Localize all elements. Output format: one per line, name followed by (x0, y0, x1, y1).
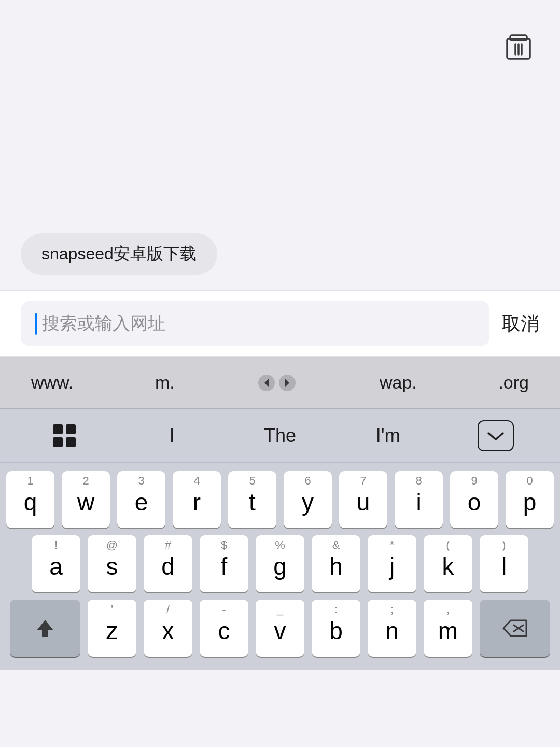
delete-icon-wrap[interactable] (503, 31, 534, 62)
predictive-text-bar: I The I'm (0, 409, 560, 463)
key-sym-rparen: ) (480, 538, 528, 552)
pred-section-grid[interactable] (10, 424, 118, 447)
key-y[interactable]: 6 y (284, 471, 332, 528)
key-char-y: y (302, 488, 314, 516)
key-sym-underscore: _ (256, 603, 304, 616)
key-char-i: i (416, 488, 421, 516)
key-k[interactable]: ( k (424, 535, 472, 592)
key-e[interactable]: 3 e (117, 471, 165, 528)
key-x[interactable]: / x (144, 600, 192, 657)
key-n[interactable]: ; n (368, 600, 416, 657)
key-f[interactable]: $ f (200, 535, 248, 592)
svg-rect-1 (510, 35, 527, 40)
key-sym-hash: # (144, 538, 192, 552)
key-char-x: x (162, 617, 174, 645)
delete-key[interactable] (480, 600, 550, 657)
url-suggest-m[interactable]: m. (155, 372, 175, 393)
key-o[interactable]: 9 o (450, 471, 498, 528)
arrow-right-icon[interactable] (277, 372, 298, 393)
key-char-l: l (501, 552, 507, 580)
key-sym-excl: ! (32, 538, 80, 552)
grid-icon[interactable] (53, 424, 76, 447)
key-c[interactable]: - c (200, 600, 248, 657)
url-suggest-www[interactable]: www. (31, 372, 73, 393)
key-num-7: 7 (339, 474, 387, 488)
pred-section-collapse[interactable] (442, 420, 550, 451)
key-l[interactable]: ) l (480, 535, 528, 592)
key-m[interactable]: , m (424, 600, 472, 657)
pred-suggest-i[interactable]: I (170, 425, 175, 447)
key-char-j: j (389, 552, 395, 580)
key-char-s: s (106, 552, 118, 580)
key-char-c: c (218, 617, 230, 645)
key-sym-dollar: $ (200, 538, 248, 552)
key-char-u: u (357, 488, 370, 516)
key-b[interactable]: : b (312, 600, 360, 657)
key-char-h: h (329, 552, 343, 580)
key-d[interactable]: # d (144, 535, 192, 592)
arrow-left-icon[interactable] (256, 372, 277, 393)
key-num-4: 4 (173, 474, 221, 488)
key-sym-slash: / (144, 603, 192, 616)
key-num-6: 6 (284, 474, 332, 488)
key-sym-colon: : (312, 603, 360, 616)
key-a[interactable]: ! a (32, 535, 80, 592)
key-u[interactable]: 7 u (339, 471, 387, 528)
key-sym-lparen: ( (424, 538, 472, 552)
key-num-3: 3 (117, 474, 165, 488)
pred-suggest-the[interactable]: The (264, 425, 296, 447)
pred-section-the[interactable]: The (226, 425, 333, 447)
key-i[interactable]: 8 i (395, 471, 443, 528)
backspace-icon (500, 618, 529, 639)
key-v[interactable]: _ v (256, 600, 304, 657)
key-char-p: p (523, 488, 537, 516)
url-suggest-org[interactable]: .org (498, 372, 529, 393)
key-num-5: 5 (228, 474, 276, 488)
cancel-button[interactable]: 取消 (502, 307, 539, 341)
key-r[interactable]: 4 r (173, 471, 221, 528)
key-sym-comma: , (424, 603, 472, 616)
key-char-t: t (249, 488, 256, 516)
key-sym-amp: & (312, 538, 360, 552)
key-w[interactable]: 2 w (62, 471, 110, 528)
url-arrows[interactable] (256, 372, 298, 393)
pred-section-i[interactable]: I (118, 425, 226, 447)
top-area (0, 0, 560, 223)
key-h[interactable]: & h (312, 535, 360, 592)
shift-key[interactable] (10, 600, 80, 657)
key-num-9: 9 (450, 474, 498, 488)
key-char-r: r (193, 488, 201, 516)
url-suggest-wap[interactable]: wap. (380, 372, 417, 393)
url-suggestions-bar: www. m. wap. .org (0, 357, 560, 409)
key-char-k: k (442, 552, 454, 580)
recent-chip-area: snapseed安卓版下载 (0, 223, 560, 290)
pred-suggest-im[interactable]: I'm (376, 425, 400, 447)
key-char-e: e (135, 488, 148, 516)
key-z[interactable]: ' z (88, 600, 136, 657)
recent-search-chip[interactable]: snapseed安卓版下载 (21, 233, 217, 275)
key-char-d: d (161, 552, 175, 580)
key-row-1: 1 q 2 w 3 e 4 r 5 t 6 y 7 u 8 i (6, 471, 554, 528)
delete-icon[interactable] (503, 31, 534, 62)
key-g[interactable]: % g (256, 535, 304, 592)
search-bar-area: 搜索或输入网址 取消 (0, 290, 560, 357)
collapse-keyboard-button[interactable] (478, 420, 514, 451)
key-p[interactable]: 0 p (506, 471, 554, 528)
key-s[interactable]: @ s (88, 535, 136, 592)
key-char-v: v (274, 617, 286, 645)
search-input[interactable]: 搜索或输入网址 (21, 301, 489, 346)
keyboard: 1 q 2 w 3 e 4 r 5 t 6 y 7 u 8 i (0, 463, 560, 670)
key-sym-at: @ (88, 538, 136, 552)
key-sym-pct: % (256, 538, 304, 552)
key-char-z: z (106, 617, 118, 645)
key-row-3: ' z / x - c _ v : b ; n , m (6, 600, 554, 657)
key-char-m: m (438, 617, 458, 645)
recent-search-text: snapseed安卓版下载 (41, 243, 197, 266)
key-char-f: f (221, 552, 228, 580)
key-num-2: 2 (62, 474, 110, 488)
pred-section-im[interactable]: I'm (334, 425, 442, 447)
key-t[interactable]: 5 t (228, 471, 276, 528)
key-j[interactable]: * j (368, 535, 416, 592)
key-q[interactable]: 1 q (6, 471, 54, 528)
svg-marker-9 (37, 620, 53, 637)
